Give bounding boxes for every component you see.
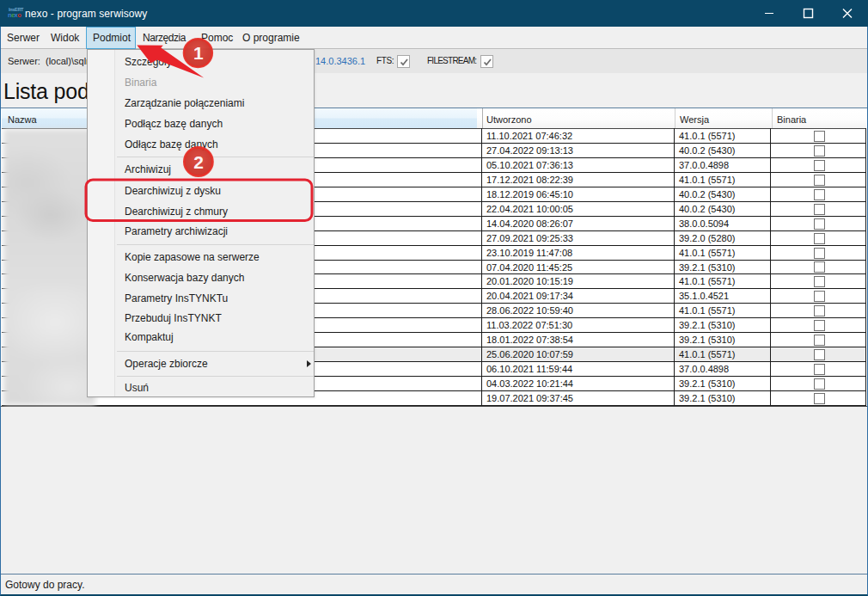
svg-text:2: 2 (193, 152, 204, 172)
svg-text:1: 1 (193, 43, 204, 63)
